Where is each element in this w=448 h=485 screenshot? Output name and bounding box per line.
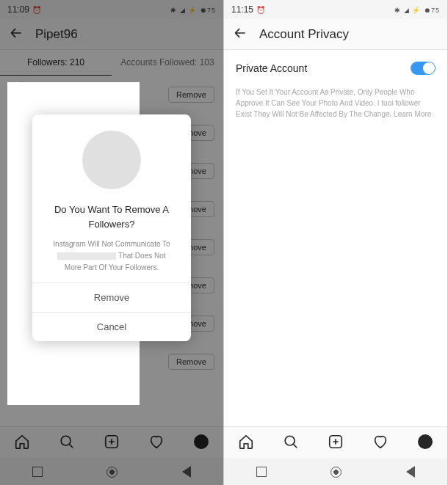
- dialog-description: Instagram Will Not Communicate To That D…: [32, 236, 191, 282]
- remove-dialog: Do You Want To Remove A Followers? Insta…: [32, 114, 191, 341]
- heart-icon[interactable]: [372, 434, 389, 453]
- search-icon[interactable]: [283, 434, 299, 453]
- cancel-button[interactable]: Cancel: [32, 312, 191, 341]
- avatar: [82, 131, 141, 189]
- system-nav: [224, 459, 447, 485]
- back-button-icon[interactable]: [406, 466, 415, 478]
- svg-point-5: [418, 434, 431, 448]
- private-account-label: Private Account: [236, 62, 307, 74]
- home-icon[interactable]: [238, 434, 254, 453]
- header: Account Privacy: [224, 19, 447, 50]
- private-account-row: Private Account: [224, 50, 447, 87]
- page-title: Account Privacy: [259, 27, 349, 42]
- help-text: If You Set It Your Account As Private, O…: [224, 87, 447, 120]
- dialog-title: Do You Want To Remove A Followers?: [32, 203, 191, 236]
- svg-point-3: [285, 436, 295, 445]
- status-bar: 11:15: [224, 0, 447, 19]
- profile-icon[interactable]: [417, 434, 433, 453]
- bottom-nav: [224, 426, 447, 459]
- recent-apps-icon[interactable]: [256, 467, 267, 477]
- status-icons: [394, 4, 440, 15]
- add-icon[interactable]: [328, 434, 344, 453]
- phone-right: 11:15 Account Privacy Private Account If…: [224, 0, 448, 485]
- remove-button[interactable]: Remove: [32, 282, 191, 312]
- back-icon[interactable]: [233, 26, 248, 43]
- home-button-icon[interactable]: [330, 467, 342, 478]
- alarm-icon: [253, 4, 265, 15]
- private-account-toggle[interactable]: [411, 62, 436, 75]
- phone-left: 11:09 Pipet96 Followers: 210 Accounts Fo…: [0, 0, 224, 485]
